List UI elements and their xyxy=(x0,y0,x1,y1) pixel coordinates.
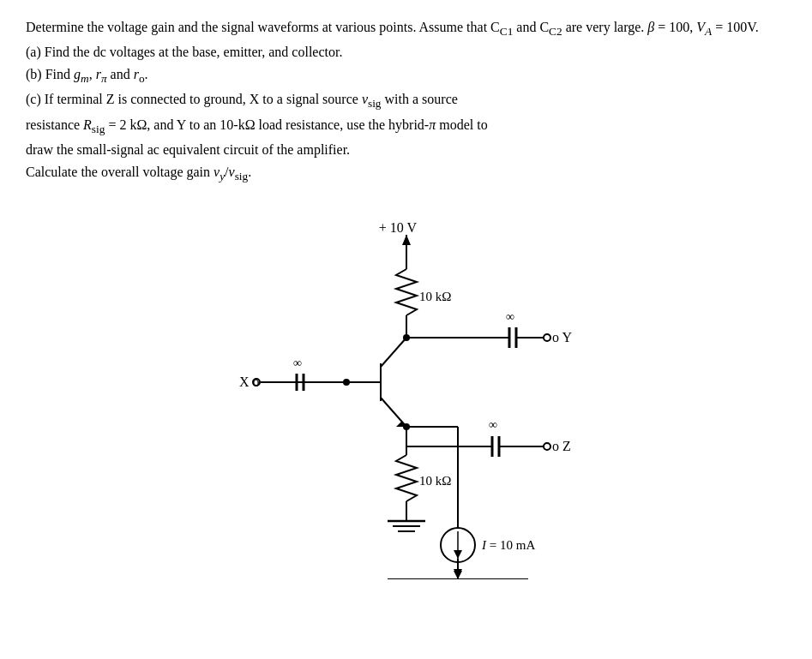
svg-point-45 xyxy=(343,379,350,386)
svg-point-44 xyxy=(403,334,410,341)
part-b: (b) Find gm, rπ and ro. xyxy=(26,64,786,87)
terminal-z-label: o Z xyxy=(552,439,571,453)
part-c-line2: resistance Rsig = 2 kΩ, and Y to an 10-k… xyxy=(26,115,786,138)
current-label: I = 10 mA xyxy=(481,538,535,552)
circuit-svg: + 10 V 10 kΩ 10 kΩ xyxy=(166,211,647,579)
svg-point-38 xyxy=(403,423,410,430)
circuit-diagram: + 10 V 10 kΩ 10 kΩ xyxy=(26,211,786,579)
terminal-x-label: X o xyxy=(239,374,260,389)
svg-line-8 xyxy=(381,398,406,427)
svg-point-43 xyxy=(544,443,550,450)
part-c-line4: Calculate the overall voltage gain vy/vs… xyxy=(26,162,786,185)
r2-label: 10 kΩ xyxy=(419,474,451,488)
inf2-label: ∞ xyxy=(506,310,514,323)
svg-marker-19 xyxy=(454,550,462,559)
svg-point-35 xyxy=(544,334,550,341)
svg-marker-1 xyxy=(402,235,411,245)
svg-line-7 xyxy=(381,338,406,367)
voltage-label: + 10 V xyxy=(378,220,417,235)
r1-label: 10 kΩ xyxy=(419,290,451,303)
problem-text: Determine the voltage gain and the signa… xyxy=(26,17,786,185)
intro-line: Determine the voltage gain and the signa… xyxy=(26,17,786,40)
terminal-y-label: o Y xyxy=(552,330,572,344)
part-c-line3: draw the small-signal ac equivalent circ… xyxy=(26,140,786,160)
inf3-label: ∞ xyxy=(489,418,497,431)
part-c-line1: (c) If terminal Z is connected to ground… xyxy=(26,89,786,112)
inf1-label: ∞ xyxy=(293,356,302,369)
part-a: (a) Find the dc voltages at the base, em… xyxy=(26,42,786,63)
